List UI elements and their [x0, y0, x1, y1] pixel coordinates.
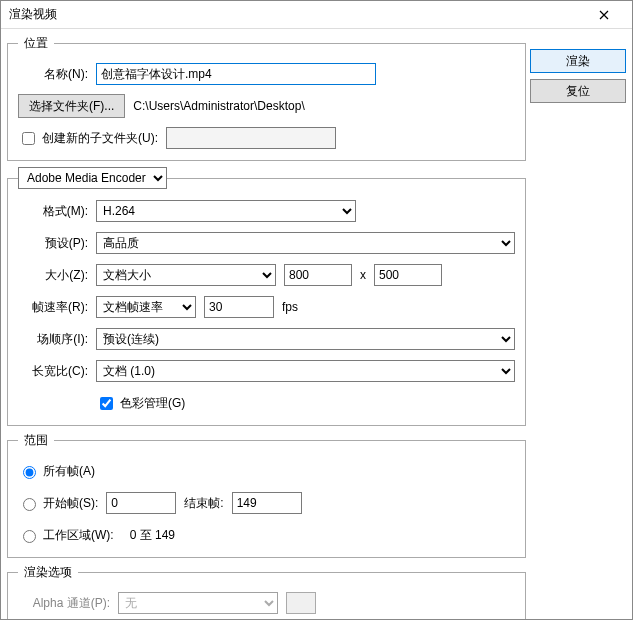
size-mode-select[interactable]: 文档大小	[96, 264, 276, 286]
render-button[interactable]: 渲染	[530, 49, 626, 73]
size-height-input[interactable]	[374, 264, 442, 286]
fps-label: 帧速率(R):	[18, 299, 88, 316]
preset-label: 预设(P):	[18, 235, 88, 252]
alpha-select: 无	[118, 592, 278, 614]
create-subfolder-row: 创建新的子文件夹(U):	[18, 129, 158, 148]
size-label: 大小(Z):	[18, 267, 88, 284]
aspect-select[interactable]: 文档 (1.0)	[96, 360, 515, 382]
alpha-swatch	[286, 592, 316, 614]
dialog-body: 位置 名称(N): 选择文件夹(F)... C:\Users\Administr…	[1, 29, 632, 619]
close-button[interactable]	[584, 2, 624, 28]
work-area-label: 工作区域(W):	[43, 527, 114, 544]
create-subfolder-checkbox[interactable]	[22, 132, 35, 145]
path-label: C:\Users\Administrator\Desktop\	[133, 99, 304, 113]
color-mgmt-row: 色彩管理(G)	[96, 394, 185, 413]
all-frames-row: 所有帧(A)	[18, 463, 95, 480]
start-frame-row: 开始帧(S):	[18, 495, 98, 512]
options-group: 渲染选项 Alpha 通道(P): 无 3D 品质: 交互	[7, 564, 526, 619]
preset-select[interactable]: 高品质	[96, 232, 515, 254]
format-select[interactable]: H.264	[96, 200, 356, 222]
name-label: 名称(N):	[18, 66, 88, 83]
name-input[interactable]	[96, 63, 376, 85]
range-legend: 范围	[18, 432, 54, 449]
format-label: 格式(M):	[18, 203, 88, 220]
aspect-label: 长宽比(C):	[18, 363, 88, 380]
end-frame-input[interactable]	[232, 492, 302, 514]
main-column: 位置 名称(N): 选择文件夹(F)... C:\Users\Administr…	[7, 35, 526, 613]
close-icon	[599, 10, 609, 20]
start-frame-label: 开始帧(S):	[43, 495, 98, 512]
location-group: 位置 名称(N): 选择文件夹(F)... C:\Users\Administr…	[7, 35, 526, 161]
work-area-text: 0 至 149	[130, 527, 175, 544]
options-legend: 渲染选项	[18, 564, 78, 581]
color-mgmt-checkbox[interactable]	[100, 397, 113, 410]
subfolder-input	[166, 127, 336, 149]
size-width-input[interactable]	[284, 264, 352, 286]
fieldorder-label: 场顺序(I):	[18, 331, 88, 348]
start-frame-input[interactable]	[106, 492, 176, 514]
side-column: 渲染 复位	[530, 35, 626, 613]
end-frame-label: 结束帧:	[184, 495, 223, 512]
color-mgmt-label: 色彩管理(G)	[120, 395, 185, 412]
start-frame-radio[interactable]	[23, 498, 36, 511]
fieldorder-select[interactable]: 预设(连续)	[96, 328, 515, 350]
fps-unit: fps	[282, 300, 298, 314]
work-area-radio[interactable]	[23, 530, 36, 543]
all-frames-radio[interactable]	[23, 466, 36, 479]
render-video-dialog: 渲染视频 位置 名称(N): 选择文件夹(F)... C:\Users\Admi…	[0, 0, 633, 620]
encoder-legend: Adobe Media Encoder	[18, 167, 167, 189]
reset-button[interactable]: 复位	[530, 79, 626, 103]
create-subfolder-label: 创建新的子文件夹(U):	[42, 130, 158, 147]
alpha-label: Alpha 通道(P):	[18, 595, 110, 612]
window-title: 渲染视频	[9, 6, 57, 23]
encoder-engine-select[interactable]: Adobe Media Encoder	[18, 167, 167, 189]
range-group: 范围 所有帧(A) 开始帧(S): 结束帧:	[7, 432, 526, 558]
fps-mode-select[interactable]: 文档帧速率	[96, 296, 196, 318]
encoder-group: Adobe Media Encoder 格式(M): H.264 预设(P): …	[7, 167, 526, 426]
fps-input[interactable]	[204, 296, 274, 318]
titlebar: 渲染视频	[1, 1, 632, 29]
all-frames-label: 所有帧(A)	[43, 463, 95, 480]
size-x-label: x	[360, 268, 366, 282]
work-area-row: 工作区域(W):	[18, 527, 114, 544]
location-legend: 位置	[18, 35, 54, 52]
select-folder-button[interactable]: 选择文件夹(F)...	[18, 94, 125, 118]
